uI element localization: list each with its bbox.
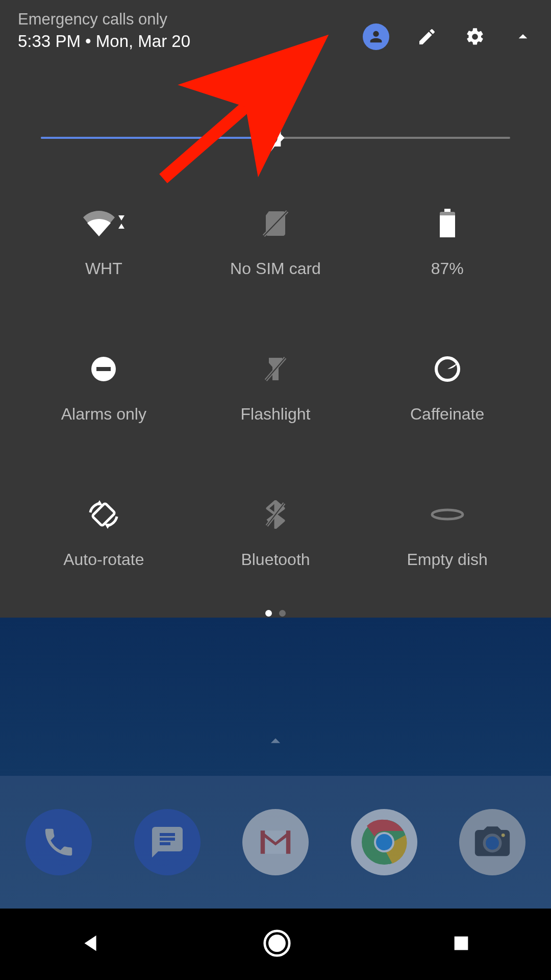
tile-flashlight[interactable]: Flashlight bbox=[190, 355, 362, 424]
dock-app-gmail[interactable] bbox=[242, 809, 309, 875]
battery-icon bbox=[438, 209, 457, 238]
svg-point-25 bbox=[376, 834, 392, 850]
page-indicator[interactable] bbox=[0, 610, 551, 617]
settings-icon[interactable] bbox=[465, 27, 485, 47]
tile-label: 87% bbox=[431, 259, 464, 278]
tile-label: Alarms only bbox=[61, 405, 146, 424]
svg-rect-11 bbox=[96, 367, 111, 371]
tile-label: Flashlight bbox=[241, 405, 311, 424]
edit-icon[interactable] bbox=[417, 27, 437, 47]
tile-label: No SIM card bbox=[230, 259, 321, 278]
brightness-thumb[interactable] bbox=[256, 123, 286, 153]
tile-label: Empty dish bbox=[407, 550, 488, 569]
page-dot-2 bbox=[279, 610, 286, 617]
emergency-text: Emergency calls only bbox=[18, 10, 190, 29]
dock-app-messages[interactable] bbox=[134, 809, 201, 875]
sim-off-icon bbox=[263, 209, 288, 238]
tile-label: Bluetooth bbox=[241, 550, 310, 569]
tile-caffeinate[interactable]: Caffeinate bbox=[361, 355, 533, 424]
dish-icon bbox=[430, 500, 465, 529]
tile-dish[interactable]: Empty dish bbox=[361, 500, 533, 569]
svg-rect-31 bbox=[455, 937, 468, 950]
wifi-icon bbox=[83, 209, 124, 238]
svg-rect-7 bbox=[444, 209, 450, 212]
svg-marker-4 bbox=[118, 224, 124, 229]
svg-point-20 bbox=[432, 510, 463, 519]
svg-marker-3 bbox=[118, 215, 124, 220]
time-text: 5:33 PM bbox=[18, 32, 81, 51]
svg-rect-22 bbox=[286, 830, 290, 854]
quick-tiles-grid: WHT No SIM card 87% Alarms only Flashlig bbox=[0, 209, 551, 569]
nav-home-icon[interactable] bbox=[262, 928, 292, 960]
nav-back-icon[interactable] bbox=[80, 932, 103, 957]
caffeinate-icon bbox=[434, 355, 461, 383]
date-text: Mon, Mar 20 bbox=[96, 32, 190, 51]
flashlight-off-icon bbox=[264, 355, 287, 383]
app-drawer-chevron-icon[interactable] bbox=[264, 730, 287, 754]
autorotate-icon bbox=[87, 500, 120, 529]
quick-settings-panel: Emergency calls only 5:33 PM • Mon, Mar … bbox=[0, 0, 551, 618]
collapse-icon[interactable] bbox=[513, 27, 533, 47]
navigation-bar bbox=[0, 909, 551, 980]
tile-sim[interactable]: No SIM card bbox=[190, 209, 362, 278]
dock-app-camera[interactable] bbox=[459, 809, 525, 875]
dnd-icon bbox=[90, 355, 117, 383]
tile-label: WHT bbox=[85, 259, 122, 278]
tile-battery[interactable]: 87% bbox=[361, 209, 533, 278]
nav-recents-icon[interactable] bbox=[451, 933, 471, 955]
svg-rect-21 bbox=[261, 830, 265, 854]
dock bbox=[0, 776, 551, 909]
dock-app-chrome[interactable] bbox=[351, 809, 417, 875]
header-icons bbox=[363, 10, 533, 50]
tile-label: Auto-rotate bbox=[63, 550, 144, 569]
bluetooth-off-icon bbox=[265, 500, 286, 529]
brightness-fill bbox=[41, 137, 271, 139]
page-dot-1 bbox=[265, 610, 272, 617]
separator-dot: • bbox=[81, 32, 96, 51]
tile-wifi[interactable]: WHT bbox=[18, 209, 190, 278]
dock-app-phone[interactable] bbox=[26, 809, 92, 875]
status-datetime[interactable]: Emergency calls only 5:33 PM • Mon, Mar … bbox=[18, 10, 190, 51]
user-icon[interactable] bbox=[363, 23, 389, 50]
svg-rect-9 bbox=[440, 215, 455, 237]
svg-point-28 bbox=[502, 834, 505, 837]
tile-autorotate[interactable]: Auto-rotate bbox=[18, 500, 190, 569]
tile-label: Caffeinate bbox=[410, 405, 484, 424]
datetime-text: 5:33 PM • Mon, Mar 20 bbox=[18, 32, 190, 51]
svg-point-30 bbox=[268, 935, 286, 952]
tile-dnd[interactable]: Alarms only bbox=[18, 355, 190, 424]
tile-bluetooth[interactable]: Bluetooth bbox=[190, 500, 362, 569]
panel-header: Emergency calls only 5:33 PM • Mon, Mar … bbox=[0, 0, 551, 51]
brightness-slider[interactable] bbox=[41, 122, 510, 153]
